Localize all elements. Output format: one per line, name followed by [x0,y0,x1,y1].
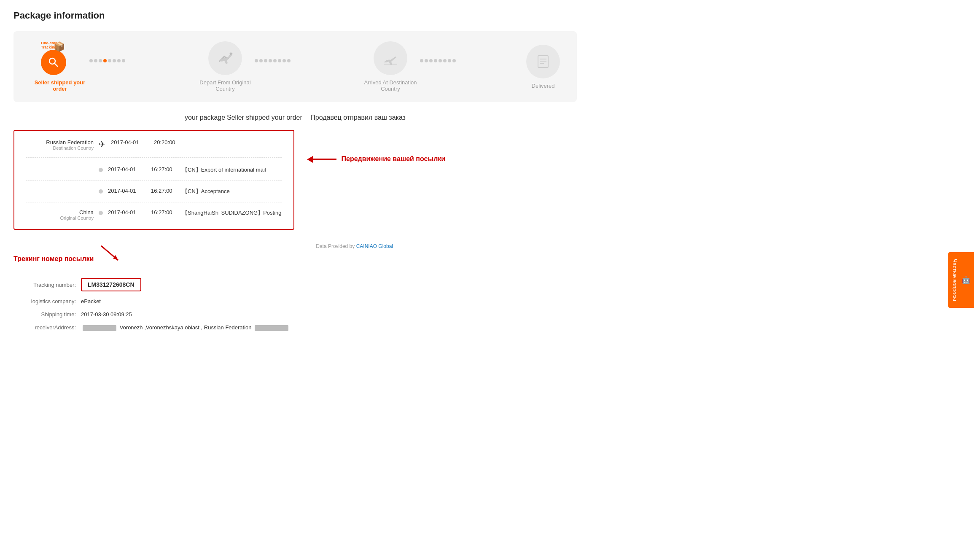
event-dot-4 [99,211,103,215]
data-provider: Data Provided by CAINIAO Global [316,243,393,249]
svg-line-1 [54,63,58,67]
receiver-address-row: receiverAddress: Voronezh ,Voronezhskaya… [13,324,393,331]
country-type-china: Original Country [26,215,94,221]
country-name-russia: Russian Federation [26,139,94,145]
delivered-label: Delivered [532,83,555,89]
event-time-3: 16:27:00 [151,188,180,194]
svg-point-0 [49,58,55,64]
main-content: Russian Federation Destination Country ✈… [13,130,577,230]
event-location-russia: Russian Federation Destination Country [26,139,94,151]
event-desc-cn-acceptance: 【CN】Acceptance [180,188,282,195]
event-time-4: 16:27:00 [151,209,180,215]
event-date-1: 2017-04-01 [111,139,149,145]
event-russia: Russian Federation Destination Country ✈… [26,139,282,158]
info-section: Tracking number: LM331272608CN logistics… [13,278,393,338]
shipping-time-value: 2017-03-30 09:09:25 [81,311,132,318]
side-chat-label: Частые вопросы [952,259,958,301]
logistics-company-label: logistics company: [13,298,81,304]
depart-label: Depart From Original Country [196,79,255,92]
tracking-arrow-icon [97,242,122,263]
event-cn-acceptance: 2017-04-01 16:27:00 【CN】Acceptance [26,188,282,202]
movement-arrow [311,159,336,160]
tracking-number-row: Tracking number: LM331272608CN [13,278,393,291]
connector-2 [255,59,361,62]
address-blur-2 [255,325,288,331]
status-section: your package Seller shipped your order П… [13,114,577,121]
receiver-address-label: receiverAddress: [13,324,81,331]
shipping-time-row: Shipping time: 2017-03-30 09:09:25 [13,311,393,318]
info-area: Трекинг номер посылки Data Provided by C… [13,242,393,338]
data-provider-link[interactable]: CAINIAO Global [356,243,393,249]
page-title: Package information [13,10,577,21]
tracking-label-area: Трекинг номер посылки [13,242,122,263]
progress-step-arrived: Arrived At Destination Country [361,41,420,92]
arrived-icon [374,41,407,75]
side-chat-button[interactable]: 🤖 Частые вопросы [948,252,974,308]
event-china-posting: China Original Country 2017-04-01 16:27:… [26,209,282,221]
tracking-annotation-row: Трекинг номер посылки Data Provided by C… [13,242,393,263]
tracking-number-value: LM331272608CN [81,278,141,291]
event-time-2: 16:27:00 [151,166,180,172]
event-desc-posting: 【ShangHaiShi SUDIDAZONG】Posting [180,209,282,217]
event-date-2: 2017-04-01 [108,166,146,172]
logistics-company-value: ePacket [81,298,101,304]
event-dot-2 [99,168,103,172]
connector-1 [89,59,196,62]
event-date-3: 2017-04-01 [108,188,146,194]
event-dot-3 [99,189,103,194]
progress-step-seller-shipped: 📦 One-stopTracking Seller shipped your o… [30,41,89,92]
annotation-area: Передвижение вашей посылки [311,130,446,188]
connector-3 [420,59,526,62]
depart-icon [208,41,242,75]
country-type-russia: Destination Country [26,145,94,151]
event-time-1: 20:20:00 [154,139,183,145]
shipping-time-label: Shipping time: [13,311,81,318]
seller-shipped-icon: 📦 One-stopTracking [41,41,79,75]
address-visible: Voronezh ,Voronezhskaya oblast , Russian… [120,324,252,331]
delivered-icon [526,45,560,78]
progress-step-delivered: Delivered [526,45,560,89]
movement-text: Передвижение вашей посылки [342,155,446,163]
progress-section: 📦 One-stopTracking Seller shipped your o… [13,31,577,102]
address-blur-1 [83,325,116,331]
event-cn-export: 2017-04-01 16:27:00 【CN】Export of intern… [26,166,282,181]
event-desc-cn-export: 【CN】Export of international mail [180,166,282,174]
logistics-company-row: logistics company: ePacket [13,298,393,304]
status-russian: Продавец отправил ваш заказ [310,114,406,121]
movement-annotation: Передвижение вашей посылки [311,155,446,163]
country-name-china: China [26,209,94,215]
status-prefix: your package [185,114,225,121]
tracking-annotation-text: Трекинг номер посылки [13,255,94,263]
status-highlight: Seller shipped your order [227,114,302,121]
plane-icon: ✈ [99,139,106,149]
event-date-4: 2017-04-01 [108,209,146,215]
progress-step-depart: Depart From Original Country [196,41,255,92]
arrived-label: Arrived At Destination Country [361,79,420,92]
tracking-events-box: Russian Federation Destination Country ✈… [13,130,294,230]
chat-robot-icon: 🤖 [961,275,971,285]
receiver-address-value: Voronezh ,Voronezhskaya oblast , Russian… [81,324,290,331]
event-location-china: China Original Country [26,209,94,221]
movement-arrow-line [311,159,336,160]
tracking-number-label: Tracking number: [13,282,81,288]
seller-shipped-label: Seller shipped your order [30,79,89,92]
data-provider-prefix: Data Provided by [316,243,355,249]
